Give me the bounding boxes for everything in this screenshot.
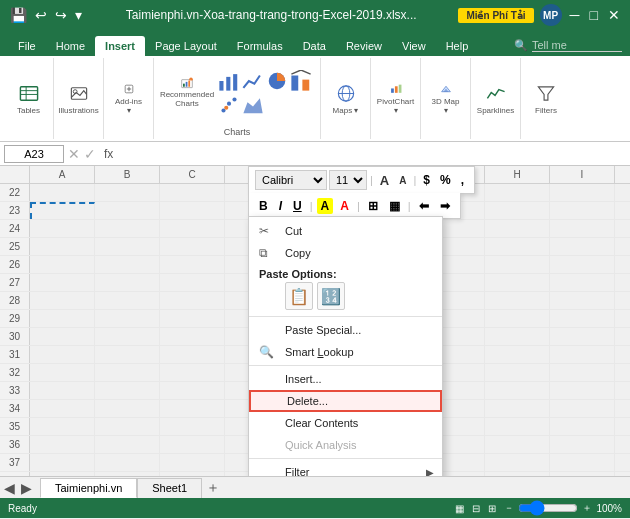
bar-chart-button[interactable]	[218, 70, 240, 92]
cell[interactable]	[160, 274, 225, 291]
minimize-button[interactable]: ─	[568, 7, 582, 23]
font-selector[interactable]: Calibri	[255, 170, 327, 190]
recommended-charts-button[interactable]: ★ RecommendedCharts	[162, 77, 212, 109]
maximize-button[interactable]: □	[588, 7, 600, 23]
formula-input[interactable]	[121, 148, 626, 160]
highlight-button[interactable]: A	[317, 198, 334, 214]
paste-icon-1[interactable]: 📋	[285, 282, 313, 310]
cell[interactable]	[30, 382, 95, 399]
name-box[interactable]	[4, 145, 64, 163]
tab-review[interactable]: Review	[336, 36, 392, 56]
status-view-layout[interactable]: ⊟	[472, 503, 480, 514]
undo-button[interactable]: ↩	[33, 7, 49, 23]
cell[interactable]	[30, 364, 95, 381]
cell[interactable]	[485, 400, 550, 417]
cell[interactable]	[160, 382, 225, 399]
cell[interactable]	[485, 328, 550, 345]
status-view-page-break[interactable]: ⊞	[488, 503, 496, 514]
cell[interactable]	[615, 238, 630, 255]
context-menu-clear-contents[interactable]: Clear Contents	[249, 412, 442, 434]
cell[interactable]	[160, 454, 225, 471]
context-menu-paste-special[interactable]: Paste Special...	[249, 319, 442, 341]
cell[interactable]	[615, 472, 630, 476]
cell[interactable]	[615, 202, 630, 219]
cell[interactable]	[95, 274, 160, 291]
cell[interactable]	[95, 436, 160, 453]
cell[interactable]	[485, 436, 550, 453]
cell[interactable]	[30, 418, 95, 435]
tab-file[interactable]: File	[8, 36, 46, 56]
cell[interactable]	[30, 220, 95, 237]
cell[interactable]	[30, 400, 95, 417]
decrease-indent-button[interactable]: ⬅	[415, 198, 433, 214]
sparklines-button[interactable]: Sparklines	[480, 83, 512, 115]
tab-home[interactable]: Home	[46, 36, 95, 56]
cell[interactable]	[550, 220, 615, 237]
sheet-tab-sheet1[interactable]: Sheet1	[137, 478, 202, 498]
pivotchart-button[interactable]: PivotChart ▾	[380, 83, 412, 115]
addins-button[interactable]: Add-ins ▾	[113, 83, 145, 115]
cell[interactable]	[160, 292, 225, 309]
context-menu-insert[interactable]: Insert...	[249, 368, 442, 390]
cell[interactable]	[550, 436, 615, 453]
cell[interactable]	[615, 382, 630, 399]
cell[interactable]	[30, 256, 95, 273]
cell[interactable]	[550, 202, 615, 219]
zoom-in-button[interactable]: ＋	[582, 501, 592, 515]
cell[interactable]	[160, 418, 225, 435]
bold-button[interactable]: B	[255, 198, 272, 214]
cell[interactable]	[615, 346, 630, 363]
cell[interactable]	[550, 274, 615, 291]
context-menu-cut[interactable]: ✂ Cut	[249, 220, 442, 242]
cell[interactable]	[95, 454, 160, 471]
col-header-j[interactable]: J	[615, 166, 630, 183]
scroll-sheets-right[interactable]: ▶	[21, 480, 32, 496]
col-header-b[interactable]: B	[95, 166, 160, 183]
close-button[interactable]: ✕	[606, 7, 622, 23]
cell[interactable]	[615, 418, 630, 435]
context-menu-smart-lookup[interactable]: 🔍 Smart Lookup	[249, 341, 442, 363]
cell[interactable]	[160, 202, 225, 219]
increase-indent-button[interactable]: ➡	[436, 198, 454, 214]
merge-button[interactable]: ⊞	[364, 198, 382, 214]
cell[interactable]	[485, 292, 550, 309]
cell[interactable]	[550, 292, 615, 309]
cell[interactable]	[550, 256, 615, 273]
cell[interactable]	[550, 382, 615, 399]
cell[interactable]	[550, 400, 615, 417]
tables-button[interactable]: Tables	[13, 83, 45, 115]
currency-button[interactable]: $	[419, 172, 434, 188]
cell[interactable]	[160, 436, 225, 453]
cell[interactable]	[95, 382, 160, 399]
cell[interactable]	[485, 418, 550, 435]
cell[interactable]	[485, 310, 550, 327]
maps-button[interactable]: Maps ▾	[330, 83, 362, 115]
tab-view[interactable]: View	[392, 36, 436, 56]
cell[interactable]	[95, 346, 160, 363]
cell[interactable]	[95, 256, 160, 273]
cell[interactable]	[550, 364, 615, 381]
cell[interactable]	[160, 238, 225, 255]
more-charts-button[interactable]	[290, 70, 312, 92]
cell[interactable]	[30, 202, 95, 219]
cell[interactable]	[615, 184, 630, 201]
tab-formulas[interactable]: Formulas	[227, 36, 293, 56]
filters-button[interactable]: Filters	[530, 83, 562, 115]
paste-icon-2[interactable]: 🔢	[317, 282, 345, 310]
tab-data[interactable]: Data	[293, 36, 336, 56]
sheet-tab-taimienphi[interactable]: Taimienphi.vn	[40, 478, 137, 498]
cell[interactable]	[95, 184, 160, 201]
cell[interactable]	[550, 184, 615, 201]
cell[interactable]	[615, 454, 630, 471]
cell[interactable]	[550, 418, 615, 435]
cell[interactable]	[485, 472, 550, 476]
3dmap-button[interactable]: 3D Map ▾	[430, 83, 462, 115]
cell[interactable]	[95, 220, 160, 237]
font-size-selector[interactable]: 11	[329, 170, 367, 190]
cell[interactable]	[485, 220, 550, 237]
cell[interactable]	[95, 400, 160, 417]
zoom-slider[interactable]	[518, 500, 578, 516]
cell[interactable]	[95, 364, 160, 381]
col-header-h[interactable]: H	[485, 166, 550, 183]
cell[interactable]	[160, 472, 225, 476]
